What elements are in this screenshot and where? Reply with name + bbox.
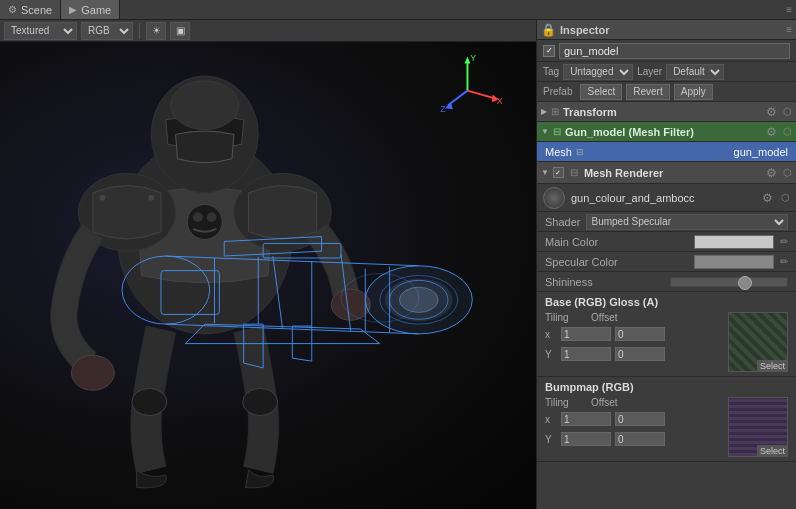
tag-select[interactable]: Untagged xyxy=(563,64,633,80)
svg-line-37 xyxy=(467,91,494,99)
base-y-label: Y xyxy=(545,349,557,360)
bump-tiling-header: Tiling xyxy=(545,397,575,408)
base-tiling-controls: Tiling Offset x Y xyxy=(545,312,720,365)
tab-scene-label: Scene xyxy=(21,4,52,16)
bumpmap-title: Bumpmap (RGB) xyxy=(545,381,788,393)
transform-component-header[interactable]: ▶ ⊞ Transform ⚙ ⬡ xyxy=(537,102,796,122)
base-tiling-x-input[interactable] xyxy=(561,327,611,341)
main-color-label: Main Color xyxy=(545,236,688,248)
mesh-renderer-settings-icon[interactable]: ⬡ xyxy=(783,167,792,178)
bump-offset-y-input[interactable] xyxy=(615,432,665,446)
svg-point-33 xyxy=(399,287,438,312)
transform-arrow: ▶ xyxy=(541,107,547,116)
svg-point-11 xyxy=(331,289,370,320)
shininess-slider-container xyxy=(670,277,789,287)
material-thumbnail xyxy=(543,187,565,209)
bump-tiling-x-row: x xyxy=(545,410,720,428)
main-content: Textured Wireframe RGB Alpha ☀ ▣ xyxy=(0,20,796,509)
mesh-renderer-header[interactable]: ▼ ✓ ⊟ Mesh Renderer ⚙ ⬡ xyxy=(537,162,796,184)
viewport-canvas[interactable]: Y X Z xyxy=(0,42,536,509)
prefab-revert-button[interactable]: Revert xyxy=(626,84,669,100)
mesh-renderer-gear-icon[interactable]: ⚙ xyxy=(766,166,777,180)
mesh-label: Mesh xyxy=(545,146,572,158)
scene-icon: ⚙ xyxy=(8,4,17,15)
prefab-apply-button[interactable]: Apply xyxy=(674,84,713,100)
bump-tiling-controls: Tiling Offset x Y xyxy=(545,397,720,450)
image-button[interactable]: ▣ xyxy=(170,22,190,40)
mesh-renderer-checkbox[interactable]: ✓ xyxy=(553,167,564,178)
object-name-input[interactable] xyxy=(559,43,790,59)
base-texture-thumb-container: Select xyxy=(728,312,788,372)
main-color-swatch[interactable] xyxy=(694,235,774,249)
sun-button[interactable]: ☀ xyxy=(146,22,166,40)
mesh-mesh-icon: ⊟ xyxy=(576,147,584,157)
inspector-header: 🔒 Inspector ≡ xyxy=(537,20,796,40)
game-icon: ▶ xyxy=(69,4,77,15)
base-texture-select-button[interactable]: Select xyxy=(757,360,788,372)
inspector-menu[interactable]: ≡ xyxy=(786,24,792,35)
top-bar-controls: ≡ xyxy=(786,4,796,15)
viewport-panel: Textured Wireframe RGB Alpha ☀ ▣ xyxy=(0,20,536,509)
shininess-slider[interactable] xyxy=(670,277,789,287)
mesh-value: gun_model xyxy=(588,146,788,158)
specular-color-row: Specular Color ✏ xyxy=(537,252,796,272)
svg-text:X: X xyxy=(497,96,503,106)
tab-game[interactable]: ▶ Game xyxy=(61,0,120,19)
svg-point-7 xyxy=(100,195,106,201)
svg-point-8 xyxy=(148,195,154,201)
svg-text:Y: Y xyxy=(470,53,476,63)
specular-color-pencil-icon[interactable]: ✏ xyxy=(780,256,788,267)
svg-point-2 xyxy=(171,81,239,130)
bump-tiling-x-input[interactable] xyxy=(561,412,611,426)
transform-gear-icon[interactable]: ⚙ xyxy=(766,105,777,119)
svg-point-5 xyxy=(207,212,217,222)
mesh-row: Mesh ⊟ gun_model xyxy=(537,142,796,162)
object-active-checkbox[interactable]: ✓ xyxy=(543,45,555,57)
mesh-filter-title: Gun_model (Mesh Filter) xyxy=(565,126,762,138)
base-tiling-y-input[interactable] xyxy=(561,347,611,361)
base-rgb-title: Base (RGB) Gloss (A) xyxy=(545,296,788,308)
mesh-filter-settings-icon[interactable]: ⬡ xyxy=(783,126,792,137)
render-mode-select[interactable]: Textured Wireframe xyxy=(4,22,77,40)
svg-point-3 xyxy=(187,204,222,239)
material-settings-icon[interactable]: ⬡ xyxy=(781,192,790,203)
layer-label: Layer xyxy=(637,66,662,77)
inspector-title: Inspector xyxy=(560,24,782,36)
mesh-filter-header[interactable]: ▼ ⊟ Gun_model (Mesh Filter) ⚙ ⬡ xyxy=(537,122,796,142)
prefab-select-button[interactable]: Select xyxy=(580,84,622,100)
inspector-scroll[interactable]: ✓ Tag Untagged Layer Default Prefab Sele… xyxy=(537,40,796,509)
base-rgb-controls: Tiling Offset x Y xyxy=(545,312,788,372)
base-offset-x-input[interactable] xyxy=(615,327,665,341)
svg-point-10 xyxy=(71,355,114,390)
mesh-filter-gear-icon[interactable]: ⚙ xyxy=(766,125,777,139)
prefab-row: Prefab Select Revert Apply xyxy=(537,82,796,102)
color-mode-select[interactable]: RGB Alpha xyxy=(81,22,133,40)
material-name: gun_colour_and_ambocc xyxy=(571,192,756,204)
main-color-pencil-icon[interactable]: ✏ xyxy=(780,236,788,247)
object-name-row: ✓ xyxy=(537,40,796,62)
material-gear-icon[interactable]: ⚙ xyxy=(762,191,773,205)
shader-label: Shader xyxy=(545,216,580,228)
base-tiling-x-row: x xyxy=(545,325,720,343)
shader-select[interactable]: Bumped Specular xyxy=(586,214,788,230)
specular-color-swatch[interactable] xyxy=(694,255,774,269)
transform-title: Transform xyxy=(563,106,762,118)
bump-tiling-y-input[interactable] xyxy=(561,432,611,446)
base-x-label: x xyxy=(545,329,557,340)
base-offset-y-input[interactable] xyxy=(615,347,665,361)
top-bar: ⚙ Scene ▶ Game ≡ xyxy=(0,0,796,20)
bump-tiling-y-row: Y xyxy=(545,430,720,448)
toolbar-separator xyxy=(139,23,140,39)
tab-scene[interactable]: ⚙ Scene xyxy=(0,0,61,19)
mesh-filter-arrow: ▼ xyxy=(541,127,549,136)
base-tiling-y-row: Y xyxy=(545,345,720,363)
transform-settings-icon[interactable]: ⬡ xyxy=(783,106,792,117)
layer-select[interactable]: Default xyxy=(666,64,724,80)
bump-texture-select-button[interactable]: Select xyxy=(757,445,788,457)
bump-offset-x-input[interactable] xyxy=(615,412,665,426)
mesh-renderer-title: Mesh Renderer xyxy=(584,167,762,179)
base-rgb-section: Base (RGB) Gloss (A) Tiling Offset x xyxy=(537,292,796,377)
transform-icon: ⊞ xyxy=(551,106,559,117)
material-row: gun_colour_and_ambocc ⚙ ⬡ xyxy=(537,184,796,212)
shininess-row: Shininess xyxy=(537,272,796,292)
